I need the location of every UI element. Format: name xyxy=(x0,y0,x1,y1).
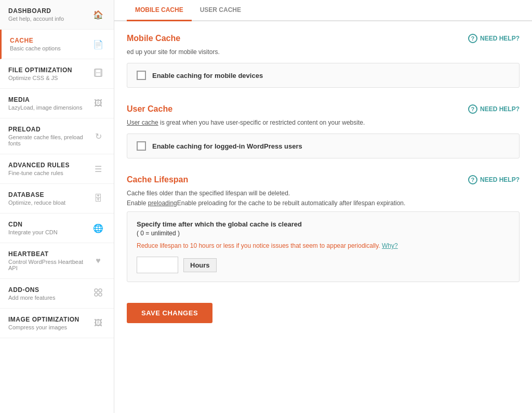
media-icon: 🖼 xyxy=(91,99,105,108)
content-area: Mobile Cache ? NEED HELP? ed up your sit… xyxy=(114,21,532,336)
svg-point-6 xyxy=(99,293,102,296)
cache-lifespan-section: Cache Lifespan ? NEED HELP? Cache files … xyxy=(127,175,520,282)
user-cache-description: User cache is great when you have user-s… xyxy=(127,118,520,127)
preload-icon: ↻ xyxy=(91,131,105,141)
sidebar-item-add-ons[interactable]: ADD-ONS Add more features xyxy=(0,279,114,309)
tab-user-cache[interactable]: User Cache xyxy=(192,0,249,21)
heartbeat-icon: ♥ xyxy=(91,256,105,265)
sidebar-item-heartbeat[interactable]: HEARTBEAT Control WordPress Heartbeat AP… xyxy=(0,243,114,279)
mobile-cache-title: Mobile Cache xyxy=(127,34,180,43)
user-cache-checkbox[interactable] xyxy=(137,141,146,151)
svg-point-3 xyxy=(95,289,98,292)
mobile-cache-section: Mobile Cache ? NEED HELP? ed up your sit… xyxy=(127,34,520,88)
sidebar-item-preload[interactable]: PRELOAD Generate cache files, preload fo… xyxy=(0,118,114,154)
svg-point-4 xyxy=(99,289,102,292)
cache-lifespan-need-help[interactable]: ? NEED HELP? xyxy=(468,175,520,184)
user-cache-need-help[interactable]: ? NEED HELP? xyxy=(468,104,520,114)
cache-lifespan-title: Cache Lifespan xyxy=(127,175,188,184)
user-cache-header: User Cache ? NEED HELP? xyxy=(127,104,520,114)
sidebar-item-cache[interactable]: CACHE Basic cache options 📄 xyxy=(0,30,114,59)
tab-mobile-cache[interactable]: Mobile Cache xyxy=(127,0,192,21)
tab-bar: Mobile Cache User Cache xyxy=(114,0,532,21)
mobile-cache-header: Mobile Cache ? NEED HELP? xyxy=(127,34,520,43)
mobile-cache-description: ed up your site for mobile visitors. xyxy=(127,47,520,57)
mobile-cache-need-help[interactable]: ? NEED HELP? xyxy=(468,34,520,43)
hours-input[interactable] xyxy=(137,257,178,273)
sidebar-item-advanced-rules[interactable]: ADVANCED RULES Fine-tune cache rules ☰ xyxy=(0,154,114,184)
lifespan-card-title: Specify time after which the global cach… xyxy=(137,220,510,228)
mobile-cache-checkbox-label: Enable caching for mobile devices xyxy=(152,72,263,79)
cache-lifespan-header: Cache Lifespan ? NEED HELP? xyxy=(127,175,520,184)
sidebar-item-dashboard[interactable]: DASHBOARD Get help, account info 🏠 xyxy=(0,0,114,30)
sidebar: DASHBOARD Get help, account info 🏠 CACHE… xyxy=(0,0,114,413)
database-icon: 🗄 xyxy=(91,194,105,203)
mobile-cache-checkbox-card: Enable caching for mobile devices xyxy=(127,63,520,88)
why-link[interactable]: Why? xyxy=(382,242,398,249)
advanced-rules-icon: ☰ xyxy=(91,164,105,174)
dashboard-icon: 🏠 xyxy=(91,10,105,20)
user-cache-checkbox-label: Enable caching for logged-in WordPress u… xyxy=(152,142,302,150)
cache-lifespan-card: Specify time after which the global cach… xyxy=(127,211,520,282)
user-cache-checkbox-card: Enable caching for logged-in WordPress u… xyxy=(127,134,520,158)
sidebar-item-cdn[interactable]: CDN Integrate your CDN 🌐 xyxy=(0,214,114,243)
sidebar-item-database[interactable]: DATABASE Optimize, reduce bloat 🗄 xyxy=(0,184,114,214)
add-ons-icon xyxy=(91,288,105,299)
user-help-icon: ? xyxy=(468,104,477,114)
mobile-cache-checkbox[interactable] xyxy=(137,71,146,80)
file-optimization-icon xyxy=(91,68,105,79)
user-cache-section: User Cache ? NEED HELP? User cache is gr… xyxy=(127,104,520,158)
save-changes-button[interactable]: SAVE CHANGES xyxy=(127,303,212,323)
image-optimization-icon: 🖼 xyxy=(91,318,105,328)
cdn-icon: 🌐 xyxy=(91,223,105,233)
sidebar-item-media[interactable]: MEDIA LazyLoad, image dimensions 🖼 xyxy=(0,89,114,118)
lifespan-note: Reduce lifespan to 10 hours or less if y… xyxy=(137,242,510,249)
lifespan-help-icon: ? xyxy=(468,175,477,184)
user-cache-link[interactable]: User cache xyxy=(127,119,158,126)
preloading-link[interactable]: preloading xyxy=(148,199,177,207)
cache-lifespan-desc: Cache files older than the specified lif… xyxy=(127,189,520,208)
main-content: Mobile Cache User Cache Mobile Cache ? N… xyxy=(114,0,532,413)
help-icon: ? xyxy=(468,34,477,43)
sidebar-item-image-optimization[interactable]: IMAGE OPTIMIZATION Compress your images … xyxy=(0,309,114,338)
sidebar-item-file-optimization[interactable]: FILE OPTIMIZATION Optimize CSS & JS xyxy=(0,59,114,89)
hours-label: Hours xyxy=(183,258,217,272)
cache-icon: 📄 xyxy=(91,39,105,49)
lifespan-card-subtitle: ( 0 = unlimited ) xyxy=(137,230,510,237)
svg-point-5 xyxy=(95,293,98,296)
hours-input-row: Hours xyxy=(137,257,510,273)
user-cache-title: User Cache xyxy=(127,104,172,114)
